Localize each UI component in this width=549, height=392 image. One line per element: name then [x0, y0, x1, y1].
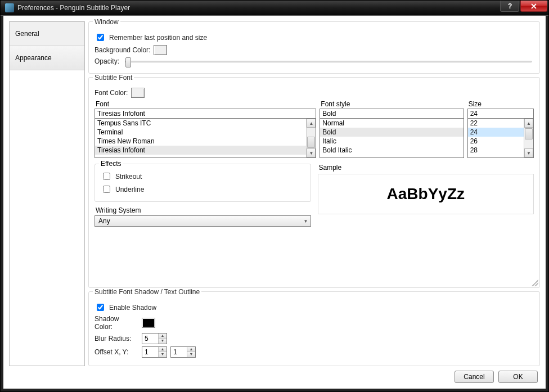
effects-title: Effects: [99, 160, 123, 168]
font-style-input[interactable]: Bold: [320, 109, 464, 119]
window-group-title: Window: [93, 18, 120, 26]
spin-down-icon[interactable]: ▼: [187, 352, 195, 357]
font-scrollbar[interactable]: ▲ ▼: [306, 119, 316, 157]
offset-x-spinbox[interactable]: ▲▼: [142, 346, 167, 358]
font-item[interactable]: Tiresias Infofont: [95, 146, 306, 155]
fontcolor-swatch[interactable]: [131, 88, 145, 98]
blur-input[interactable]: [142, 334, 158, 343]
strikeout-checkbox[interactable]: [103, 173, 110, 180]
style-item[interactable]: Bold Italic: [320, 146, 463, 155]
style-item[interactable]: Italic: [320, 137, 463, 146]
underline-label: Underline: [115, 186, 144, 193]
size-item[interactable]: 28: [468, 146, 524, 155]
spin-up-icon[interactable]: ▲: [159, 334, 166, 339]
remember-checkbox[interactable]: [97, 34, 104, 41]
help-button[interactable]: ?: [500, 1, 519, 12]
font-size-input[interactable]: 24: [467, 109, 534, 119]
dialog-buttons: Cancel OK: [9, 366, 540, 383]
size-item[interactable]: 26: [468, 137, 524, 146]
font-column-label: Font: [96, 100, 316, 108]
strikeout-label: Strikeout: [115, 173, 142, 181]
font-item[interactable]: Terminal: [95, 128, 306, 137]
font-group: Subtitle Font Font Color: Font Tiresias …: [88, 77, 540, 288]
app-icon: [5, 3, 14, 12]
offset-y-spinbox[interactable]: ▲▼: [170, 346, 196, 358]
font-picker: Font Tiresias Infofont Tempus Sans ITC T…: [94, 100, 534, 158]
size-item[interactable]: 22: [468, 119, 524, 128]
effects-group: Effects Strikeout Underline: [94, 164, 311, 202]
scroll-down-icon[interactable]: ▼: [524, 148, 533, 157]
ok-button[interactable]: OK: [498, 371, 538, 383]
font-name-input[interactable]: Tiresias Infofont: [94, 109, 316, 119]
size-scrollbar[interactable]: ▲ ▼: [524, 119, 533, 157]
spin-down-icon[interactable]: ▼: [159, 339, 166, 344]
style-column-label: Font style: [321, 100, 464, 108]
offset-y-input[interactable]: [171, 348, 187, 357]
resize-grip-icon[interactable]: [532, 280, 538, 286]
style-item[interactable]: Normal: [320, 119, 463, 128]
titlebar: Preferences - Penguin Subtitle Player ?: [1, 1, 548, 16]
blur-spinbox[interactable]: ▲▼: [142, 333, 167, 344]
window-title: Preferences - Penguin Subtitle Player: [17, 4, 547, 12]
close-button[interactable]: [520, 1, 547, 12]
remember-label: Remember last position and size: [109, 34, 207, 42]
chevron-down-icon: ▼: [302, 219, 310, 224]
writing-system-combo[interactable]: Any ▼: [94, 215, 311, 227]
client-area: General Appearance Window Remember last …: [1, 16, 548, 391]
writing-system-label: Writing System: [96, 206, 311, 214]
tab-general[interactable]: General: [10, 22, 84, 46]
svg-text:?: ?: [508, 3, 512, 9]
opacity-slider[interactable]: [125, 61, 532, 62]
writing-system-value: Any: [95, 217, 302, 225]
sample-preview: AaBbYyZz: [318, 174, 534, 214]
font-item[interactable]: Tempus Sans ITC: [95, 119, 306, 128]
spin-up-icon[interactable]: ▲: [187, 347, 195, 352]
scroll-up-icon[interactable]: ▲: [307, 119, 316, 128]
scroll-thumb[interactable]: [307, 137, 315, 148]
shadowcolor-label: Shadow Color:: [94, 315, 138, 331]
blur-label: Blur Radius:: [94, 335, 138, 343]
bgcolor-swatch[interactable]: [154, 45, 167, 55]
size-column-label: Size: [469, 100, 534, 108]
tab-appearance[interactable]: Appearance: [10, 46, 84, 70]
font-item[interactable]: Times New Roman: [95, 137, 306, 146]
shadow-group: Subtitle Font Shadow / Text Outline Enab…: [88, 291, 540, 366]
style-list[interactable]: Normal Bold Italic Bold Italic: [320, 119, 464, 158]
window-group: Window Remember last position and size B…: [88, 21, 540, 74]
opacity-label: Opacity:: [94, 57, 119, 65]
size-item[interactable]: 24: [468, 128, 524, 137]
scroll-down-icon[interactable]: ▼: [307, 148, 316, 157]
scroll-up-icon[interactable]: ▲: [524, 119, 533, 128]
spin-up-icon[interactable]: ▲: [159, 347, 166, 352]
content-area: Window Remember last position and size B…: [88, 21, 540, 366]
shadow-group-title: Subtitle Font Shadow / Text Outline: [93, 288, 201, 296]
offset-label: Offset X, Y:: [94, 348, 138, 356]
style-item[interactable]: Bold: [320, 128, 463, 137]
bgcolor-label: Background Color:: [94, 46, 150, 54]
scroll-thumb[interactable]: [525, 128, 533, 139]
underline-checkbox[interactable]: [103, 186, 110, 193]
font-group-title: Subtitle Font: [93, 74, 134, 82]
sample-title: Sample: [319, 164, 534, 172]
enable-shadow-label: Enable Shadow: [109, 304, 156, 312]
shadowcolor-swatch[interactable]: [142, 318, 155, 328]
font-list[interactable]: Tempus Sans ITC Terminal Times New Roman…: [94, 119, 316, 158]
cancel-button[interactable]: Cancel: [454, 371, 494, 383]
enable-shadow-checkbox[interactable]: [97, 304, 104, 311]
category-tablist: General Appearance: [9, 21, 85, 366]
fontcolor-label: Font Color:: [94, 89, 128, 97]
opacity-slider-thumb[interactable]: [125, 57, 131, 67]
size-list[interactable]: 22 24 26 28 ▲ ▼: [467, 119, 534, 158]
spin-down-icon[interactable]: ▼: [159, 352, 166, 357]
preferences-window: Preferences - Penguin Subtitle Player ? …: [0, 0, 549, 392]
offset-x-input[interactable]: [142, 348, 158, 357]
